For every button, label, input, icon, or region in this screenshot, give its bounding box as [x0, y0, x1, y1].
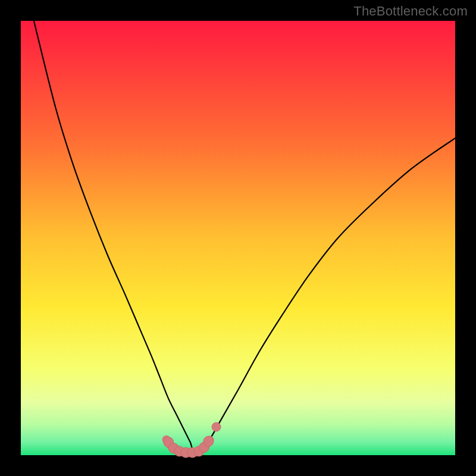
chart-frame: { "watermark": "TheBottleneck.com", "col…	[0, 0, 476, 476]
watermark-text: TheBottleneck.com	[353, 4, 468, 19]
marker-dot	[212, 422, 221, 431]
marker-dot	[203, 436, 214, 446]
chart-svg	[0, 0, 476, 476]
